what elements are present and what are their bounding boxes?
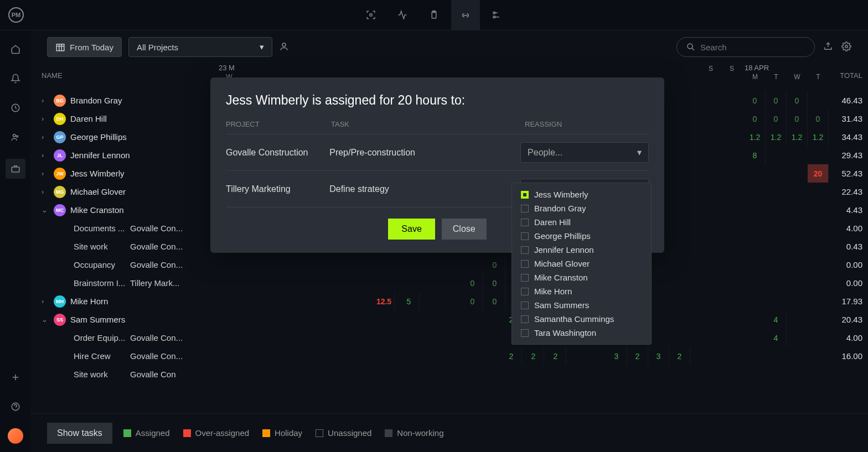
topnav-clipboard-icon[interactable] <box>420 0 448 30</box>
nav-clock-icon[interactable] <box>8 100 23 116</box>
expand-chevron-icon[interactable]: › <box>42 169 49 178</box>
topnav-link-icon[interactable] <box>451 0 480 30</box>
settings-icon[interactable] <box>841 41 851 53</box>
person-row[interactable]: › JL Jennifer Lennon <box>39 146 213 164</box>
workload-value[interactable]: 2 <box>678 352 682 361</box>
workload-value[interactable]: 2 <box>509 352 514 361</box>
dropdown-item[interactable]: Mike Cranston <box>512 271 651 284</box>
checkbox[interactable] <box>521 260 529 268</box>
expand-chevron-icon[interactable]: › <box>42 133 49 141</box>
nav-bell-icon[interactable] <box>8 71 23 86</box>
workload-value[interactable]: 1.2 <box>771 133 781 142</box>
dropdown-item[interactable]: Samantha Cummings <box>512 312 651 326</box>
dropdown-item[interactable]: Jess Wimberly <box>512 188 651 201</box>
dropdown-item[interactable]: George Phillips <box>512 229 651 243</box>
export-icon[interactable] <box>823 41 833 53</box>
dropdown-item[interactable]: Brandon Gray <box>512 201 651 215</box>
expand-chevron-icon[interactable]: ⌄ <box>42 206 49 214</box>
reassign-select[interactable]: People...▾ <box>520 142 649 163</box>
workload-value[interactable]: 0 <box>493 297 497 306</box>
dropdown-item[interactable]: Daren Hill <box>512 215 651 229</box>
workload-value[interactable]: 0 <box>753 115 757 123</box>
dropdown-item[interactable]: Sam Summers <box>512 298 651 312</box>
task-row[interactable]: Order Equip... Govalle Con... <box>39 329 213 347</box>
person-row[interactable]: ⌄ MC Mike Cranston <box>39 201 213 219</box>
workload-value[interactable]: 0 <box>774 115 778 123</box>
workload-value[interactable]: 4 <box>774 334 778 342</box>
workload-value[interactable]: 4 <box>774 315 778 324</box>
workload-value[interactable]: 20 <box>814 169 823 178</box>
expand-chevron-icon[interactable]: ⌄ <box>42 315 49 324</box>
from-today-button[interactable]: From Today <box>47 37 122 57</box>
person-row[interactable]: › BG Brandon Gray <box>39 91 213 110</box>
close-button[interactable]: Close <box>442 219 487 240</box>
checkbox[interactable] <box>521 246 529 254</box>
projects-dropdown[interactable]: All Projects ▾ <box>128 37 272 57</box>
workload-value[interactable]: 0 <box>753 96 757 105</box>
user-avatar[interactable] <box>8 428 23 444</box>
expand-chevron-icon[interactable]: › <box>42 96 49 105</box>
person-row[interactable]: › GP George Phillips <box>39 128 213 146</box>
person-row[interactable]: › MG Michael Glover <box>39 183 213 201</box>
person-row[interactable]: › DH Daren Hill <box>39 110 213 128</box>
checkbox[interactable] <box>521 302 529 309</box>
workload-value[interactable]: 12.5 <box>376 297 391 306</box>
workload-value[interactable]: 8 <box>753 151 757 160</box>
expand-chevron-icon[interactable]: › <box>42 188 49 196</box>
dropdown-item[interactable]: Tara Washington <box>512 326 651 340</box>
workload-value[interactable]: 0 <box>816 115 820 123</box>
workload-value[interactable]: 0 <box>774 96 778 105</box>
nav-home-icon[interactable] <box>8 41 23 57</box>
expand-chevron-icon[interactable]: › <box>42 297 49 305</box>
dropdown-item[interactable]: Mike Horn <box>512 284 651 298</box>
workload-value[interactable]: 5 <box>407 297 411 306</box>
task-row[interactable]: Brainstorm I... Tillery Mark... <box>39 274 213 292</box>
workload-value[interactable]: 2 <box>636 352 640 361</box>
app-logo[interactable]: PM <box>8 7 24 23</box>
checkbox[interactable] <box>521 329 529 337</box>
checkbox[interactable] <box>521 232 529 240</box>
checkbox[interactable] <box>521 219 529 226</box>
topnav-flow-icon[interactable] <box>483 0 512 30</box>
nav-briefcase-icon[interactable] <box>6 159 25 179</box>
person-filter-icon[interactable] <box>279 41 289 53</box>
expand-chevron-icon[interactable]: › <box>42 115 49 123</box>
dropdown-item[interactable]: Jennifer Lennon <box>512 243 651 257</box>
task-row[interactable]: Site work Govalle Con... <box>39 237 213 256</box>
person-row[interactable]: › MH Mike Horn <box>39 292 213 310</box>
save-button[interactable]: Save <box>388 219 435 240</box>
search-input[interactable] <box>700 43 805 52</box>
checkbox[interactable] <box>521 205 529 212</box>
nav-people-icon[interactable] <box>8 129 23 145</box>
workload-value[interactable]: 2 <box>554 352 558 361</box>
checkbox[interactable] <box>521 274 529 282</box>
checkbox[interactable] <box>521 315 529 323</box>
workload-value[interactable]: 0 <box>493 261 497 269</box>
topnav-scan-icon[interactable] <box>356 0 385 30</box>
checkbox[interactable] <box>521 191 529 199</box>
show-tasks-button[interactable]: Show tasks <box>47 423 112 444</box>
search-box[interactable] <box>676 37 815 57</box>
person-row[interactable]: › JW Jess Wimberly <box>39 164 213 183</box>
workload-value[interactable]: 0 <box>795 115 799 123</box>
task-row[interactable]: Documents ... Govalle Con... <box>39 219 213 237</box>
workload-value[interactable]: 1.2 <box>750 133 760 142</box>
task-row[interactable]: Occupancy Govalle Con... <box>39 256 213 274</box>
workload-value[interactable]: 0 <box>471 297 475 306</box>
nav-help-icon[interactable] <box>8 399 23 414</box>
expand-chevron-icon[interactable]: › <box>42 151 49 159</box>
workload-value[interactable]: 0 <box>795 96 799 105</box>
topnav-activity-icon[interactable] <box>388 0 417 30</box>
workload-value[interactable]: 2 <box>531 352 536 361</box>
workload-value[interactable]: 3 <box>657 352 661 361</box>
task-row[interactable]: Hire Crew Govalle Con... <box>39 347 213 365</box>
workload-value[interactable]: 0 <box>493 279 497 288</box>
dropdown-item[interactable]: Michael Glover <box>512 257 651 271</box>
checkbox[interactable] <box>521 288 529 295</box>
task-row[interactable]: Site work Govalle Con <box>39 365 213 383</box>
workload-value[interactable]: 3 <box>614 352 619 361</box>
workload-value[interactable]: 0 <box>471 279 475 288</box>
nav-add-icon[interactable] <box>8 370 23 385</box>
person-row[interactable]: ⌄ SS Sam Summers <box>39 310 213 329</box>
workload-value[interactable]: 1.2 <box>813 133 823 142</box>
